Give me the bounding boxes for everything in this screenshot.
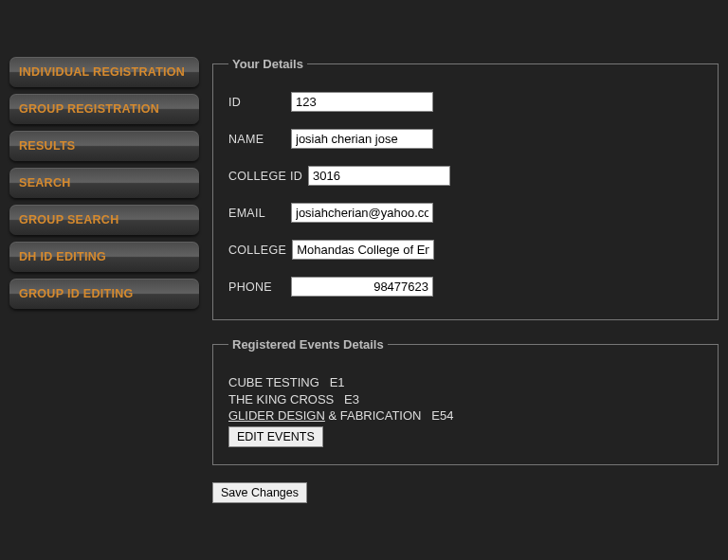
- nav-individual-registration[interactable]: INDIVIDUAL REGISTRATION: [9, 57, 199, 87]
- nav-dh-id-editing[interactable]: DH ID EDITING: [9, 242, 199, 272]
- id-label: ID: [228, 96, 285, 109]
- college-input[interactable]: [292, 240, 434, 260]
- phone-label: PHONE: [228, 280, 285, 294]
- event-row: GLIDER DESIGN & FABRICATION E54: [228, 407, 702, 425]
- event-name-underlined: GLIDER DESIGN: [228, 408, 325, 423]
- registered-events-panel: Registered Events Details CUBE TESTING E…: [212, 337, 719, 465]
- event-code: E54: [431, 408, 453, 423]
- id-input[interactable]: [291, 92, 433, 112]
- phone-input[interactable]: [291, 277, 433, 297]
- edit-events-button[interactable]: EDIT EVENTS: [228, 426, 323, 447]
- your-details-panel: Your Details ID NAME COLLEGE ID EMAIL CO…: [212, 57, 719, 320]
- event-row: CUBE TESTING E1: [228, 374, 702, 391]
- sidebar: INDIVIDUAL REGISTRATION GROUP REGISTRATI…: [9, 57, 199, 503]
- event-row: THE KING CROSS E3: [228, 391, 702, 408]
- college-label: COLLEGE: [228, 244, 286, 257]
- college-id-input[interactable]: [308, 166, 450, 186]
- event-name: CUBE TESTING: [228, 375, 319, 389]
- name-label: NAME: [228, 133, 285, 146]
- your-details-legend: Your Details: [228, 57, 307, 71]
- event-name: THE KING CROSS: [228, 392, 334, 406]
- nav-group-registration[interactable]: GROUP REGISTRATION: [9, 94, 199, 124]
- event-code: E1: [330, 375, 345, 389]
- name-input[interactable]: [291, 129, 433, 149]
- event-name-rest: & FABRICATION: [325, 408, 422, 423]
- nav-group-search[interactable]: GROUP SEARCH: [9, 205, 199, 235]
- main-content: Your Details ID NAME COLLEGE ID EMAIL CO…: [199, 57, 728, 503]
- email-label: EMAIL: [228, 207, 285, 220]
- email-input[interactable]: [291, 203, 433, 223]
- nav-group-id-editing[interactable]: GROUP ID EDITING: [9, 279, 199, 309]
- save-changes-button[interactable]: Save Changes: [212, 482, 307, 503]
- nav-search[interactable]: SEARCH: [9, 168, 199, 198]
- college-id-label: COLLEGE ID: [228, 170, 302, 183]
- registered-events-legend: Registered Events Details: [228, 337, 388, 352]
- event-code: E3: [344, 392, 359, 406]
- events-list: CUBE TESTING E1 THE KING CROSS E3 GLIDER…: [228, 374, 702, 425]
- nav-results[interactable]: RESULTS: [9, 131, 199, 161]
